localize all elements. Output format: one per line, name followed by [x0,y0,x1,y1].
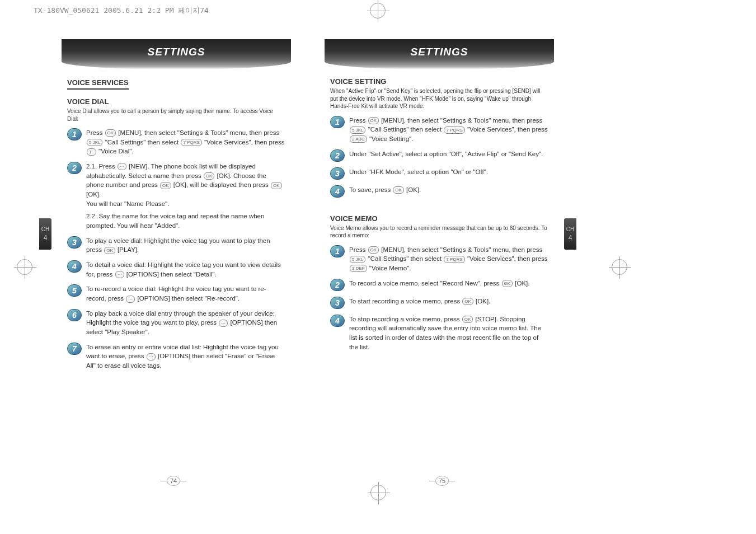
step-text: Press OK [MENU], then select "Settings &… [349,245,548,273]
step-badge: 3 [330,297,345,309]
step-badge: 1 [330,245,345,257]
step-text: To start recording a voice memo, press O… [349,297,548,306]
step-badge: 1 [330,116,345,128]
step-text: To play a voice dial: Highlight the voic… [86,236,285,255]
key-5-icon: 5 JKL [350,127,365,134]
step-3: 3 Under "HFK Mode", select a option "On"… [330,167,548,180]
softkey-icon: ⋯ [118,163,126,170]
page-banner: SETTINGS [62,39,291,69]
step-text: Press OK [MENU], then select "Settings &… [86,128,285,156]
sub-heading: VOICE DIAL [67,97,285,106]
step-text: To re-record a voice dial: Highlight the… [86,284,285,303]
intro-text: When "Active Flip" or "Send Key" is sele… [330,87,548,110]
tab-number: 4 [44,234,48,242]
sub-heading: VOICE MEMO [330,214,548,223]
step-7: 7 To erase an entry or entire voice dial… [67,343,285,371]
step-badge: 7 [67,343,82,355]
step-3: 3 To play a voice dial: Highlight the vo… [67,236,285,255]
step-5: 5 To re-record a voice dial: Highlight t… [67,284,285,303]
step-text: Press OK [MENU], then select "Settings &… [349,116,548,144]
step-text: To play back a voice dial entry through … [86,309,285,337]
ok-key-icon: OK [271,182,282,189]
step-1: 1 Press OK [MENU], then select "Settings… [67,128,285,156]
step-text: Under "HFK Mode", select a option "On" o… [349,167,548,177]
section-heading: VOICE SERVICES [67,78,129,90]
step-text: To erase an entry or entire voice dial l… [86,343,285,371]
step-text: To save, press OK [OK]. [349,185,548,195]
step-2: 2 To record a voice memo, select "Record… [330,279,548,291]
key-7-icon: 7 PQRS [444,127,464,134]
step-badge: 4 [67,260,82,273]
ok-key-icon: OK [104,247,115,254]
step-1: 1 Press OK [MENU], then select "Settings… [330,245,548,273]
key-7-icon: 7 PQRS [444,256,464,263]
ok-key-icon: OK [462,298,473,305]
options-key-icon: ⋯ [147,353,156,360]
step-text: 2.1. Press ⋯ [NEW]. The phone book list … [86,162,285,231]
step-text: Under "Set Active", select a option "Off… [349,149,548,159]
step-badge: 3 [330,167,345,180]
print-header: TX-180VW_050621 2005.6.21 2:2 PM 페이지74 [34,6,209,16]
crop-mark-left [17,259,32,275]
key-3-icon: 3 DEF [350,265,367,272]
step-4: 4 To stop recording a voice memo, press … [330,315,548,352]
chapter-tab-right: CH 4 [564,218,576,250]
step-badge: 4 [330,315,345,327]
options-key-icon: ⋯ [115,271,124,278]
step-badge: 3 [67,236,82,249]
options-key-icon: ⋯ [219,320,228,327]
step-text: To record a voice memo, select "Record N… [349,279,548,288]
key-1-icon: 1 [87,148,96,156]
options-key-icon: ⋯ [126,296,135,303]
right-page: CH 4 SETTINGS VOICE SETTING When "Active… [308,22,576,493]
step-badge: 5 [67,284,82,297]
ok-key-icon: OK [368,246,379,254]
step-1: 1 Press OK [MENU], then select "Settings… [330,116,548,144]
step-6: 6 To play back a voice dial entry throug… [67,309,285,337]
ok-key-icon: OK [502,280,513,287]
step-badge: 4 [330,185,345,198]
sub-heading: VOICE SETTING [330,77,548,86]
step-badge: 6 [67,309,82,321]
ok-key-icon: OK [462,316,473,323]
crop-mark-right [612,259,627,275]
step-text: To stop recording a voice memo, press OK… [349,315,548,352]
step-2: 2 Under "Set Active", select a option "O… [330,149,548,162]
ok-key-icon: OK [393,186,404,194]
step-3: 3 To start recording a voice memo, press… [330,297,548,309]
step-badge: 2 [330,279,345,291]
key-5-icon: 5 JKL [350,256,365,263]
ok-key-icon: OK [105,129,116,137]
left-page: CH 4 SETTINGS VOICE SERVICES VOICE DIAL … [39,22,308,493]
page-number: 74 [167,476,180,486]
key-7-icon: 7 PQRS [181,139,201,146]
page-number: 75 [435,476,449,486]
step-badge: 2 [67,162,82,174]
step-badge: 2 [330,149,345,162]
tab-number: 4 [569,234,572,242]
ok-key-icon: OK [368,117,379,124]
page-spread: CH 4 SETTINGS VOICE SERVICES VOICE DIAL … [39,22,576,493]
step-2: 2 2.1. Press ⋯ [NEW]. The phone book lis… [67,162,285,231]
page-banner: SETTINGS [325,39,554,69]
step-badge: 1 [67,128,82,140]
chapter-tab-left: CH 4 [39,218,51,250]
step-4: 4 To detail a voice dial: Highlight the … [67,260,285,279]
tab-label: CH [41,226,49,233]
ok-key-icon: OK [160,182,171,189]
intro-text: Voice Memo allows you to record a remind… [330,224,548,240]
key-5-icon: 5 JKL [87,139,102,146]
step-4: 4 To save, press OK [OK]. [330,185,548,198]
tab-label: CH [566,226,574,233]
ok-key-icon: OK [204,172,215,180]
crop-mark-top [370,3,387,20]
step-text: To detail a voice dial: Highlight the vo… [86,260,285,279]
intro-text: Voice Dial allows you to call a person b… [67,107,285,123]
key-2-icon: 2 ABC [350,135,367,143]
